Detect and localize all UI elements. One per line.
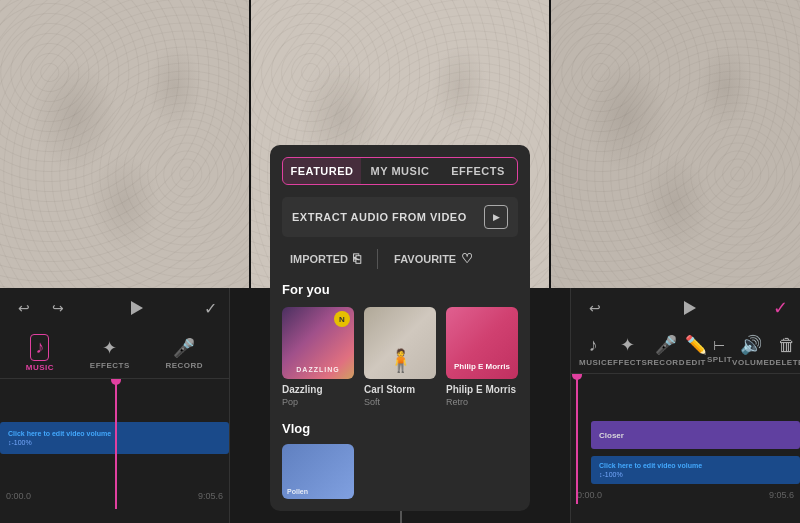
music-card-philip[interactable]: Philip E Morris Philip E Morris Retro [446,307,518,407]
playhead-dot-left [111,379,121,385]
for-you-label: For you [282,282,518,297]
left-video-panel [0,0,249,290]
right-action-icons: ♪ MUSIC ✦ EFFECTS 🎤 RECORD ✏️ EDIT ⊢ SPL… [571,328,800,374]
left-floral-bg [0,0,249,290]
carl-thumb: 🧍 [364,307,436,379]
edit-pencil-icon: ✏️ [685,334,707,356]
record-action-icon[interactable]: 🎤 RECORD [165,337,203,370]
check-button-left[interactable]: ✓ [204,299,217,318]
record-mic-icon: 🎤 [173,337,195,359]
dazzling-text: DAZZLING [296,366,339,373]
right-edit-icon[interactable]: ✏️ EDIT [685,334,707,367]
playhead-dot-right [572,374,582,380]
tab-effects[interactable]: EFFECTS [439,158,517,184]
playhead-left [115,379,117,509]
imported-button[interactable]: IMPORTED ⎗ [282,247,369,270]
dazzling-genre: Pop [282,397,354,407]
right-music-label: MUSIC [579,358,607,367]
click-edit-text: Click here to edit video volume [8,430,111,437]
left-toolbar: ↩ ↪ ✓ ♪ MUSIC ✦ EFFECTS 🎤 RECORD [0,288,230,523]
closer-track[interactable]: Closer [591,421,800,449]
check-button-right[interactable]: ✓ [773,297,788,319]
right-video-track[interactable]: Click here to edit video volume ↕-100% [591,456,800,484]
extract-audio-label: EXTRACT AUDIO FROM VIDEO [292,211,467,223]
play-button-right[interactable] [684,301,696,315]
vlog-cards: Pollen [282,444,518,499]
philip-text: Philip E Morris [454,362,510,371]
tab-featured[interactable]: FEATURED [283,158,361,184]
right-toolbar: ↩ ✓ ♪ MUSIC ✦ EFFECTS 🎤 RECORD ✏️ EDIT [570,288,800,523]
import-label: IMPORTED [290,253,348,265]
heart-icon: ♡ [461,251,473,266]
dazzling-name: Dazzling [282,384,354,395]
right-video-panel [551,0,800,290]
effects-star-icon: ✦ [102,337,117,359]
left-time-end: 9:05.6 [198,491,223,501]
left-action-icons: ♪ MUSIC ✦ EFFECTS 🎤 RECORD [0,328,229,379]
dazzling-thumb: DAZZLING N [282,307,354,379]
right-effects-icon[interactable]: ✦ EFFECTS [607,334,647,367]
music-action-label: MUSIC [26,363,54,372]
right-click-edit-text: Click here to edit video volume [599,462,702,469]
play-button-left[interactable] [131,301,143,315]
left-toolbar-top: ↩ ↪ ✓ [0,288,229,328]
playhead-right [576,374,578,504]
right-effects-label: EFFECTS [607,358,647,367]
delete-trash-icon: 🗑 [778,335,796,356]
favourite-button[interactable]: FAVOURITE ♡ [386,247,481,270]
undo-button-right[interactable]: ↩ [583,296,607,320]
pollen-thumb: Pollen [282,444,354,499]
right-time-start: 0:00.0 [577,490,602,500]
import-fav-row: IMPORTED ⎗ FAVOURITE ♡ [282,247,518,270]
pollen-text: Pollen [287,488,308,495]
record-action-label: RECORD [165,361,203,370]
redo-button[interactable]: ↪ [46,296,70,320]
right-record-icon[interactable]: 🎤 RECORD [647,334,685,367]
right-floral-bg [551,0,800,290]
carl-genre: Soft [364,397,436,407]
volume-speaker-icon: 🔊 [740,334,762,356]
right-split-label: SPLIT [707,355,732,364]
right-effects-star-icon: ✦ [620,334,635,356]
fav-label: FAVOURITE [394,253,456,265]
right-mic-icon: 🎤 [655,334,677,356]
carl-name: Carl Storm [364,384,436,395]
right-volume-text: ↕-100% [599,471,702,478]
philip-thumb: Philip E Morris [446,307,518,379]
vlog-label: Vlog [282,421,518,436]
import-fav-divider [377,249,378,269]
split-icon: ⊢ [713,337,725,353]
undo-button[interactable]: ↩ [12,296,36,320]
music-note-icon: ♪ [35,337,44,357]
left-time-start: 0:00.0 [6,491,31,501]
right-music-icon[interactable]: ♪ MUSIC [579,335,607,367]
effects-action-label: EFFECTS [90,361,130,370]
music-action-icon[interactable]: ♪ MUSIC [26,334,54,372]
closer-label: Closer [599,431,624,440]
music-card-carl[interactable]: 🧍 Carl Storm Soft [364,307,436,407]
left-volume-text: ↕-100% [8,439,111,446]
audio-panel: FEATURED MY MUSIC EFFECTS EXTRACT AUDIO … [270,145,530,511]
right-edit-label: EDIT [686,358,706,367]
philip-genre: Retro [446,397,518,407]
philip-name: Philip E Morris [446,384,518,395]
extract-audio-row[interactable]: EXTRACT AUDIO FROM VIDEO ▶ [282,197,518,237]
right-volume-icon[interactable]: 🔊 VOLUME [732,334,769,367]
new-badge: N [334,311,350,327]
right-track-section: Closer Click here to edit video volume ↕… [571,374,800,504]
right-volume-label: VOLUME [732,358,769,367]
extract-play-button[interactable]: ▶ [484,205,508,229]
tab-my-music[interactable]: MY MUSIC [361,158,439,184]
left-track: Click here to edit video volume ↕-100% 0… [0,379,229,509]
music-card-dazzling[interactable]: DAZZLING N Dazzling Pop [282,307,354,407]
vlog-card-pollen[interactable]: Pollen [282,444,354,499]
tabs-row: FEATURED MY MUSIC EFFECTS [282,157,518,185]
import-icon: ⎗ [353,251,361,266]
carl-figure-icon: 🧍 [387,348,414,374]
right-delete-label: DELETE [769,358,800,367]
music-cards: DAZZLING N Dazzling Pop 🧍 Carl Storm Sof… [282,307,518,407]
right-split-icon[interactable]: ⊢ SPLIT [707,337,732,364]
right-delete-icon[interactable]: 🗑 DELETE [769,335,800,367]
effects-action-icon[interactable]: ✦ EFFECTS [90,337,130,370]
right-record-label: RECORD [647,358,685,367]
